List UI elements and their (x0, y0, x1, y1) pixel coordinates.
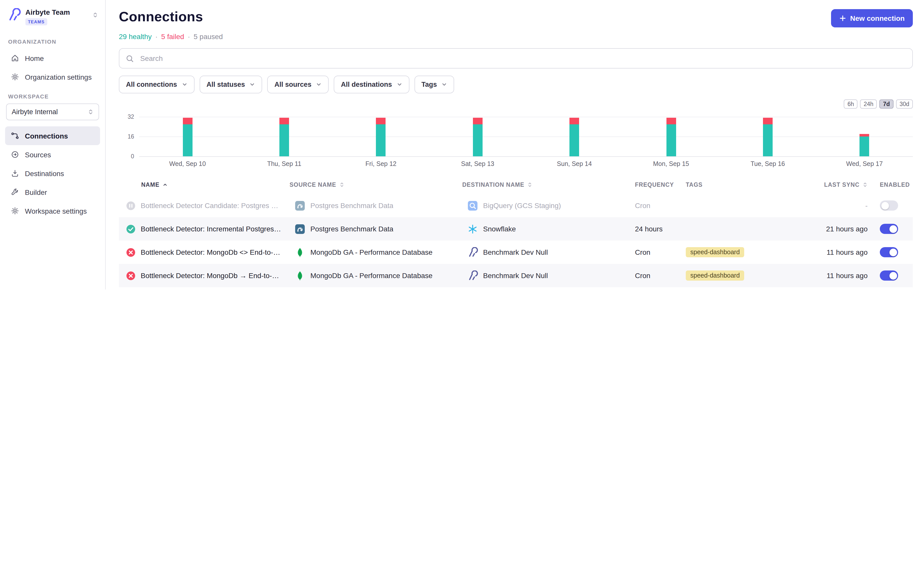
sidebar-item-workspace-settings[interactable]: Workspace settings (5, 201, 100, 220)
last-sync-value: 21 hours ago (826, 225, 868, 233)
source-name: MongoDb GA - Performance Database (310, 248, 433, 256)
chevrons-updown-icon (88, 109, 94, 114)
frequency-cell: 24 hours (635, 225, 686, 233)
chart-bar[interactable] (279, 118, 289, 156)
last-sync-value: 11 hours ago (827, 248, 868, 256)
connection-name-cell: Bottleneck Detector: MongoDb → End-to-En… (119, 271, 290, 280)
chart-bar[interactable] (763, 118, 773, 156)
caret-up-icon (162, 182, 167, 187)
page-title: Connections (119, 9, 203, 25)
team-switcher[interactable]: Airbyte Team TEAMS (5, 7, 100, 31)
new-connection-button[interactable]: New connection (831, 9, 913, 28)
last-sync-value: - (865, 201, 868, 209)
enabled-toggle[interactable] (880, 270, 898, 281)
enabled-toggle[interactable] (880, 224, 898, 234)
mongodb-icon (295, 247, 305, 258)
sidebar-item-home[interactable]: Home (5, 49, 100, 67)
column-header-tags[interactable]: TAGS (686, 182, 813, 188)
column-header-name[interactable]: NAME (119, 182, 290, 188)
sidebar-item-organization-settings[interactable]: Organization settings (5, 67, 100, 86)
table-row[interactable]: Bottleneck Detector: MongoDb <> End-to-E… (119, 240, 913, 264)
summary-separator: · (155, 33, 158, 41)
time-range-6h[interactable]: 6h (844, 100, 858, 109)
filter-all-destinations[interactable]: All destinations (334, 75, 409, 93)
filter-label: All connections (126, 81, 177, 88)
chart-y-tick: 16 (119, 134, 134, 139)
chart-x-label: Mon, Sep 15 (623, 160, 720, 167)
status-success-icon (126, 224, 136, 234)
chart-bar-failed-segment (860, 134, 870, 136)
last-sync-value: 11 hours ago (827, 272, 868, 280)
connection-name-cell: Bottleneck Detector Candidate: Postgres … (119, 201, 290, 210)
table-row[interactable]: Bottleneck Detector: MongoDb → Snowflake… (119, 287, 913, 290)
column-header-enabled[interactable]: ENABLED (874, 182, 913, 188)
frequency-cell: Cron (635, 201, 686, 209)
filter-all-sources[interactable]: All sources (268, 75, 329, 93)
filter-all-statuses[interactable]: All statuses (199, 75, 263, 93)
postgres-icon (295, 224, 305, 234)
column-header-label: TAGS (686, 182, 702, 188)
postgres-icon (295, 200, 305, 211)
workspace-selector[interactable]: Airbyte Internal (6, 103, 99, 120)
filter-bar: All connectionsAll statusesAll sourcesAl… (119, 75, 913, 93)
filter-all-connections[interactable]: All connections (119, 75, 194, 93)
team-badge: TEAMS (25, 18, 47, 25)
devnull-icon (467, 270, 478, 281)
column-header-label: FREQUENCY (635, 182, 674, 188)
chart-x-label: Tue, Sep 16 (720, 160, 816, 167)
sidebar-item-connections[interactable]: Connections (5, 126, 100, 145)
chart-bar-slot (526, 118, 623, 156)
table-row[interactable]: Bottleneck Detector: MongoDb → End-to-En… (119, 264, 913, 287)
column-header-last-sync[interactable]: LAST SYNC (813, 182, 874, 188)
sidebar-item-sources[interactable]: Sources (5, 145, 100, 164)
chart-bar[interactable] (183, 118, 192, 156)
time-range-24h[interactable]: 24h (860, 100, 877, 109)
enabled-toggle[interactable] (880, 247, 898, 257)
column-header-source-name[interactable]: SOURCE NAME (290, 182, 462, 188)
last-sync-cell: 11 hours ago (813, 248, 874, 256)
destination-cell: Benchmark Dev Null (462, 270, 635, 281)
sidebar-item-builder[interactable]: Builder (5, 183, 100, 201)
organization-nav: HomeOrganization settings (5, 49, 100, 86)
summary-failed: 5 failed (161, 33, 184, 41)
search-input[interactable] (139, 54, 906, 63)
sidebar-item-destinations[interactable]: Destinations (5, 164, 100, 183)
time-range-30d[interactable]: 30d (896, 100, 913, 109)
enabled-cell (874, 200, 913, 211)
chart-x-label: Sun, Sep 14 (526, 160, 623, 167)
chart-bar-failed-segment (376, 118, 386, 124)
chart-bar[interactable] (860, 134, 870, 156)
chart-bar[interactable] (376, 118, 386, 156)
frequency-cell: Cron (635, 248, 686, 256)
column-header-destination-name[interactable]: DESTINATION NAME (462, 182, 635, 188)
workspace-section-label: WORKSPACE (8, 93, 97, 100)
chart-bar-failed-segment (473, 118, 483, 124)
chart-bar[interactable] (473, 118, 483, 156)
chevron-down-icon (316, 82, 322, 87)
search-bar[interactable] (119, 48, 913, 69)
chart-gridline (139, 156, 913, 157)
connection-name-cell: Bottleneck Detector: Incremental Postgre… (119, 224, 290, 234)
chart-bar[interactable] (666, 118, 676, 156)
column-header-frequency[interactable]: FREQUENCY (635, 182, 686, 188)
frequency-value: Cron (635, 248, 650, 256)
devnull-icon (467, 247, 478, 258)
chart-bar-failed-segment (279, 118, 289, 124)
frequency-value: Cron (635, 201, 650, 209)
sidebar-item-label: Destinations (25, 169, 64, 177)
chart-bar[interactable] (569, 118, 579, 156)
connections-summary: 29 healthy·5 failed·5 paused (119, 33, 913, 41)
table-row[interactable]: Bottleneck Detector Candidate: Postgres … (119, 194, 913, 217)
workspace-selector-value: Airbyte Internal (11, 108, 58, 116)
sidebar-item-label: Sources (25, 150, 51, 159)
time-range-7d[interactable]: 7d (880, 100, 893, 109)
enabled-cell (874, 247, 913, 257)
tags-cell: speed-dashboard (686, 247, 813, 257)
filter-tags[interactable]: Tags (414, 75, 454, 93)
sidebar-item-label: Organization settings (25, 73, 92, 81)
table-row[interactable]: Bottleneck Detector: Incremental Postgre… (119, 217, 913, 240)
sidebar: Airbyte Team TEAMS ORGANIZATION HomeOrga… (0, 0, 106, 290)
table-body: Bottleneck Detector Candidate: Postgres … (119, 194, 913, 290)
enabled-toggle[interactable] (880, 200, 898, 211)
chart-bar-failed-segment (666, 118, 676, 124)
